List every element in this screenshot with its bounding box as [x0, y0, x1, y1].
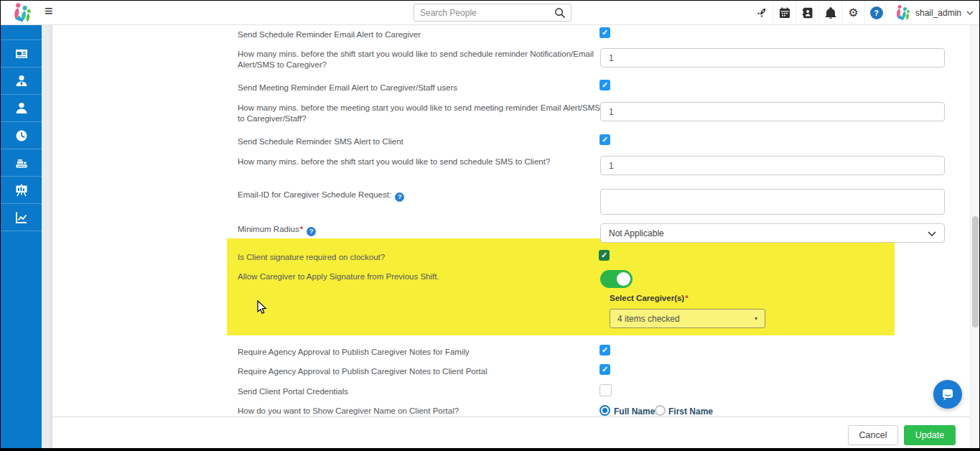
- label-send-schedule-sms-client: Send Schedule Reminder SMS Alert to Clie…: [238, 136, 607, 147]
- checkbox-client-signature-clockout[interactable]: ✓: [599, 250, 610, 261]
- scrollbar-track[interactable]: [970, 24, 979, 448]
- chevron-down-icon: [928, 228, 936, 238]
- hamburger-icon[interactable]: ≡: [45, 3, 53, 19]
- checkbox-approval-notes-client-portal[interactable]: ✓: [599, 364, 610, 375]
- search-icon[interactable]: [554, 7, 571, 19]
- input-email-id-schedule-request[interactable]: [600, 189, 945, 215]
- newspaper-icon: [14, 47, 29, 61]
- label-caregiver-name-display: How do you want to Show Caregiver Name o…: [238, 406, 607, 417]
- checkbox-send-schedule-reminder-email[interactable]: ✓: [599, 27, 610, 38]
- checkbox-approval-notes-family[interactable]: ✓: [599, 345, 610, 355]
- help-icon[interactable]: ?: [307, 227, 316, 236]
- radio-first-name[interactable]: [655, 405, 666, 416]
- sidebar-item-schedule[interactable]: [1, 122, 42, 149]
- help-icon[interactable]: ?: [395, 192, 404, 202]
- chat-bubble-icon: [941, 387, 955, 401]
- chat-button[interactable]: [933, 380, 962, 409]
- sidebar-item-dashboard[interactable]: [1, 40, 42, 68]
- logo-icon: [10, 2, 32, 24]
- label-apply-signature-previous-shift: Allow Caregiver to Apply Signature from …: [238, 271, 607, 282]
- chevron-down-icon: [966, 11, 974, 15]
- label-mins-before-shift-reminder: How many mins. before the shift start yo…: [238, 49, 607, 70]
- app-window: ≡: [1, 1, 979, 448]
- update-button[interactable]: Update: [904, 425, 956, 445]
- dropdown-select-caregivers[interactable]: 4 items checked ▾: [610, 309, 765, 328]
- label-mins-before-shift-sms: How many mins. before the shift start yo…: [238, 157, 607, 167]
- radio-label-full-name: Full Name: [614, 406, 655, 417]
- radio-label-first-name: First Name: [668, 406, 713, 417]
- check-icon: ✓: [602, 136, 608, 144]
- topbar-actions: ⚙ ?: [750, 1, 887, 24]
- input-mins-before-shift-reminder[interactable]: [600, 48, 945, 68]
- label-client-signature-clockout: Is Client signature required on clockout…: [238, 252, 607, 263]
- sidebar-item-training[interactable]: [1, 177, 42, 204]
- input-mins-before-shift-sms[interactable]: [600, 156, 945, 175]
- search-input[interactable]: [414, 8, 554, 18]
- toggle-knob: [617, 272, 630, 286]
- topbar: ≡: [1, 1, 979, 25]
- check-icon: ✓: [601, 251, 607, 259]
- radio-full-name[interactable]: [599, 405, 610, 416]
- clock-icon: [14, 129, 29, 143]
- app-logo[interactable]: [1, 1, 41, 24]
- contacts-icon[interactable]: [795, 1, 818, 24]
- checkbox-send-meeting-reminder-email[interactable]: ✓: [599, 80, 610, 90]
- cash-register-icon: [14, 156, 29, 170]
- sidebar-item-reports[interactable]: [1, 204, 42, 231]
- label-send-schedule-reminder-email: Send Schedule Reminder Email Alert to Ca…: [238, 29, 607, 40]
- label-mins-before-meeting-reminder: How many mins. before the meeting start …: [238, 103, 607, 124]
- dropdown-triangle-icon: ▾: [755, 315, 757, 322]
- scrollbar-thumb[interactable]: [972, 216, 979, 327]
- label-approval-notes-family: Require Agency Approval to Publish Careg…: [238, 347, 607, 358]
- input-mins-before-meeting-reminder[interactable]: [600, 102, 945, 121]
- search-box: [414, 4, 571, 22]
- footer-bar: Cancel Update: [52, 417, 971, 448]
- avatar: [893, 4, 910, 22]
- caregiver-icon: [14, 74, 29, 88]
- presentation-icon: [14, 183, 29, 197]
- client-icon: [14, 101, 29, 116]
- label-approval-notes-client-portal: Require Agency Approval to Publish Careg…: [238, 366, 607, 377]
- label-select-caregivers: Select Caregiver(s)*: [610, 294, 689, 302]
- help-icon[interactable]: ?: [864, 1, 887, 24]
- check-icon: ✓: [602, 346, 608, 354]
- checkbox-send-schedule-sms-client[interactable]: ✓: [599, 134, 610, 145]
- label-send-meeting-reminder-email: Send Meeting Reminder Email Alert to Car…: [238, 83, 607, 93]
- check-icon: ✓: [602, 81, 608, 89]
- check-icon: ✓: [602, 366, 608, 373]
- sidebar-item-clients[interactable]: [1, 95, 42, 122]
- sidebar-item-billing[interactable]: [1, 149, 42, 177]
- toggle-apply-signature[interactable]: [600, 270, 633, 288]
- select-minimum-radius[interactable]: Not Applicable: [600, 223, 945, 243]
- label-minimum-radius: Minimum Radius*?: [238, 224, 607, 236]
- checkbox-send-client-portal-credentials[interactable]: [599, 384, 612, 396]
- check-icon: ✓: [602, 29, 608, 37]
- label-send-client-portal-credentials: Send Client Portal Credentials: [238, 386, 607, 397]
- username: shail_admin: [915, 8, 961, 18]
- cancel-button[interactable]: Cancel: [848, 425, 898, 445]
- rocket-icon[interactable]: [750, 1, 773, 24]
- gear-icon[interactable]: ⚙: [841, 1, 864, 24]
- bell-icon[interactable]: [818, 1, 841, 24]
- label-email-id-schedule-request: Email-ID for Caregiver Schedule Request:…: [238, 190, 607, 202]
- line-chart-icon: [14, 210, 29, 225]
- user-menu[interactable]: shail_admin: [885, 1, 974, 24]
- sidebar-item-caregivers[interactable]: [1, 68, 42, 95]
- calendar-icon[interactable]: [773, 1, 795, 24]
- sidebar: [1, 24, 42, 448]
